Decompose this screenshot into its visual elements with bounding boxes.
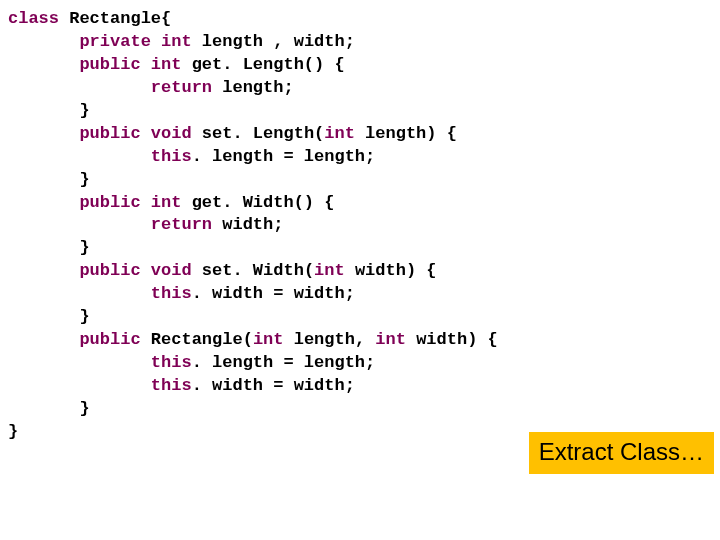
ret-width: width; — [222, 215, 283, 234]
keyword-this-3: this — [151, 353, 192, 372]
keyword-return-2: return — [151, 215, 212, 234]
keyword-int-5: int — [314, 261, 345, 280]
keyword-public-1: public — [79, 55, 140, 74]
code-block: class Rectangle{ private int length , wi… — [8, 8, 712, 444]
param-length: length) { — [365, 124, 457, 143]
assign-length-1: . length = length; — [192, 147, 376, 166]
assign-length-2: . length = length; — [192, 353, 376, 372]
keyword-int-7: int — [375, 330, 406, 349]
close-brace-5: } — [79, 399, 89, 418]
keyword-int-1: int — [161, 32, 192, 51]
keyword-public-2: public — [79, 124, 140, 143]
open-brace-1: { — [161, 9, 171, 28]
ret-length: length; — [222, 78, 293, 97]
keyword-public-3: public — [79, 193, 140, 212]
keyword-int-2: int — [151, 55, 182, 74]
set-length: set. Length( — [202, 124, 324, 143]
ctor-name: Rectangle( — [151, 330, 253, 349]
ctor-len: length, — [294, 330, 376, 349]
set-width: set. Width( — [202, 261, 314, 280]
keyword-int-6: int — [253, 330, 284, 349]
keyword-public-4: public — [79, 261, 140, 280]
close-brace-2: } — [79, 170, 89, 189]
assign-width-1: . width = width; — [192, 284, 355, 303]
keyword-public-5: public — [79, 330, 140, 349]
keyword-void-1: void — [151, 124, 192, 143]
keyword-class: class — [8, 9, 59, 28]
close-brace-6: } — [8, 422, 18, 441]
keyword-int-3: int — [324, 124, 355, 143]
get-length: get. Length() { — [192, 55, 345, 74]
keyword-private: private — [79, 32, 150, 51]
keyword-this-1: this — [151, 147, 192, 166]
close-brace-3: } — [79, 238, 89, 257]
assign-width-2: . width = width; — [192, 376, 355, 395]
close-brace-1: } — [79, 101, 89, 120]
keyword-return-1: return — [151, 78, 212, 97]
keyword-int-4: int — [151, 193, 182, 212]
keyword-void-2: void — [151, 261, 192, 280]
param-width: width) { — [355, 261, 437, 280]
id-rectangle: Rectangle — [69, 9, 161, 28]
get-width: get. Width() { — [192, 193, 335, 212]
close-brace-4: } — [79, 307, 89, 326]
decl-fields: length , width; — [202, 32, 355, 51]
extract-class-callout: Extract Class… — [529, 432, 714, 474]
keyword-this-4: this — [151, 376, 192, 395]
ctor-width: width) { — [416, 330, 498, 349]
keyword-this-2: this — [151, 284, 192, 303]
